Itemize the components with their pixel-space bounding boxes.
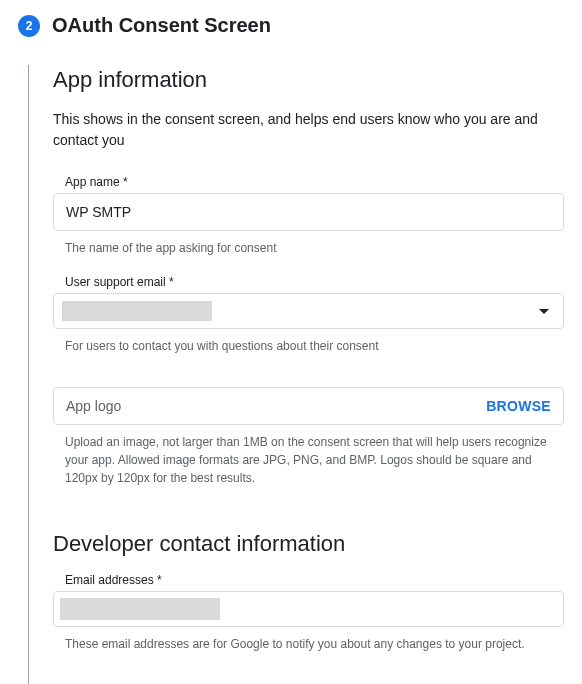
dev-email-label: Email addresses * — [65, 573, 564, 587]
dev-email-input[interactable] — [53, 591, 564, 627]
app-info-description: This shows in the consent screen, and he… — [53, 109, 564, 151]
app-logo-row: App logo BROWSE — [53, 387, 564, 425]
support-email-value-redacted — [62, 301, 212, 321]
support-email-select[interactable] — [53, 293, 564, 329]
dev-email-helper: These email addresses are for Google to … — [65, 635, 564, 653]
step-badge: 2 — [18, 15, 40, 37]
page-title: OAuth Consent Screen — [52, 14, 271, 37]
support-email-helper: For users to contact you with questions … — [65, 337, 564, 355]
dev-contact-heading: Developer contact information — [53, 531, 564, 557]
app-name-label: App name * — [65, 175, 564, 189]
app-name-helper: The name of the app asking for consent — [65, 239, 564, 257]
app-logo-label: App logo — [66, 398, 121, 414]
support-email-field: User support email * For users to contac… — [53, 275, 564, 355]
app-logo-field: App logo BROWSE Upload an image, not lar… — [53, 387, 564, 487]
step-header: 2 OAuth Consent Screen — [18, 14, 564, 37]
chevron-down-icon — [539, 309, 549, 314]
app-name-field: App name * The name of the app asking fo… — [53, 175, 564, 257]
browse-button[interactable]: BROWSE — [486, 398, 551, 414]
app-info-heading: App information — [53, 67, 564, 93]
content-panel: App information This shows in the consen… — [28, 65, 564, 684]
support-email-label: User support email * — [65, 275, 564, 289]
app-logo-helper: Upload an image, not larger than 1MB on … — [65, 433, 564, 487]
dev-email-value-redacted — [60, 598, 220, 620]
dev-email-field: Email addresses * These email addresses … — [53, 573, 564, 653]
app-name-input[interactable] — [53, 193, 564, 231]
